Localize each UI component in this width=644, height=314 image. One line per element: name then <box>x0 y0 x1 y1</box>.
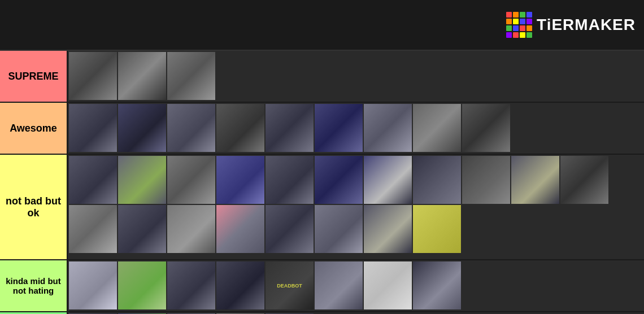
list-item <box>413 156 461 204</box>
logo-grid <box>506 12 532 38</box>
list-item <box>216 205 264 253</box>
list-item <box>266 156 314 204</box>
header: TiERMAKER <box>0 0 644 51</box>
list-item <box>167 52 215 100</box>
list-item <box>69 156 117 204</box>
list-item <box>266 104 314 152</box>
list-item <box>216 156 264 204</box>
list-item <box>167 156 215 204</box>
list-item <box>364 156 412 204</box>
tiermaker-logo: TiERMAKER <box>506 12 636 38</box>
list-item <box>216 104 264 152</box>
list-item <box>266 205 314 253</box>
list-item <box>413 205 461 253</box>
list-item <box>462 156 510 204</box>
tier-row-awesome: Awesome <box>0 103 644 155</box>
list-item <box>364 261 412 309</box>
list-item <box>69 261 117 309</box>
list-item <box>462 104 510 152</box>
list-item <box>560 156 608 204</box>
list-item <box>118 104 166 152</box>
tier-items-supreme <box>68 51 644 102</box>
tier-label-kinda: kinda mid but not hating <box>0 260 68 311</box>
list-item <box>315 104 363 152</box>
tier-row-kinda: kinda mid but not hating DEADBOT <box>0 260 644 312</box>
list-item <box>315 205 363 253</box>
list-item <box>118 52 166 100</box>
list-item <box>315 156 363 204</box>
list-item <box>118 261 166 309</box>
tier-row-notbad: not bad but ok <box>0 155 644 260</box>
list-item <box>413 104 461 152</box>
tier-items-kinda: DEADBOT <box>68 260 644 311</box>
logo-text: TiERMAKER <box>537 16 636 34</box>
tier-items-notbad <box>68 155 644 259</box>
list-item <box>413 261 461 309</box>
tier-label-supreme: SUPREME <box>0 51 68 102</box>
list-item <box>511 156 559 204</box>
tier-label-notbad: not bad but ok <box>0 155 68 259</box>
tier-items-awesome <box>68 103 644 154</box>
tier-row-supreme: SUPREME <box>0 51 644 103</box>
list-item <box>167 261 215 309</box>
list-item <box>69 52 117 100</box>
list-item <box>69 104 117 152</box>
list-item <box>364 205 412 253</box>
list-item <box>216 261 264 309</box>
tier-maker-app: TiERMAKER SUPREME Awesome <box>0 0 644 314</box>
list-item <box>167 104 215 152</box>
list-item <box>315 261 363 309</box>
tier-label-awesome: Awesome <box>0 103 68 154</box>
list-item <box>69 205 117 253</box>
list-item <box>167 205 215 253</box>
list-item <box>118 156 166 204</box>
list-item: DEADBOT <box>266 261 314 309</box>
list-item <box>364 104 412 152</box>
list-item <box>118 205 166 253</box>
